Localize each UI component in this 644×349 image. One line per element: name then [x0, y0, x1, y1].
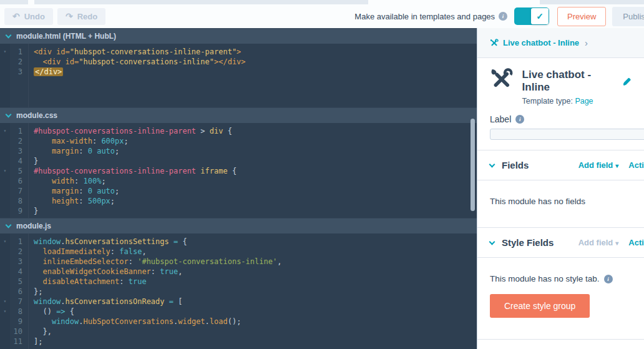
code-line[interactable]: 9 window.HubSpotConversations.widget.loa… — [0, 317, 477, 327]
code-editor-html[interactable]: ▾1<div id="hubspot-conversations-inline-… — [0, 44, 477, 107]
preview-button[interactable]: Preview — [557, 7, 606, 26]
code-line[interactable]: 6 width: 100%; — [0, 176, 477, 186]
code-text[interactable]: } — [28, 206, 38, 216]
code-line[interactable]: ▾7window.hsConversationsOnReady = [ — [0, 297, 477, 307]
code-line[interactable]: 7 margin: 0 auto; — [0, 186, 477, 196]
fold-gutter — [0, 267, 10, 277]
code-line[interactable]: 6}; — [0, 287, 477, 297]
code-text[interactable]: inlineEmbedSelector: '#hubspot-conversat… — [28, 257, 281, 267]
code-text[interactable]: <div id="hubspot-conversations-inline-pa… — [28, 47, 241, 57]
fold-toggle-icon[interactable]: ▾ — [0, 166, 10, 176]
chevron-down-icon[interactable] — [6, 111, 12, 117]
code-text[interactable]: } — [28, 156, 38, 166]
template-type-label: Template type: — [522, 97, 573, 106]
chevron-down-icon[interactable] — [489, 161, 495, 167]
code-line[interactable]: 8 height: 500px; — [0, 196, 477, 206]
chevron-down-icon[interactable] — [489, 238, 495, 245]
code-line[interactable]: 9} — [0, 206, 477, 216]
breadcrumb-module-link[interactable]: Live chatbot - Inline — [503, 38, 579, 47]
line-number: 4 — [10, 156, 28, 166]
info-icon[interactable]: i — [499, 12, 507, 21]
module-header: Live chatbot - Inline Template type: Pag… — [477, 58, 644, 111]
info-icon[interactable]: i — [515, 115, 524, 124]
code-text[interactable]: margin: 0 auto; — [28, 186, 119, 196]
fold-gutter — [0, 247, 10, 257]
code-text[interactable]: }, — [28, 327, 52, 337]
info-icon[interactable]: i — [604, 275, 613, 283]
toggle-knob: ✓ — [531, 8, 549, 24]
module-title: Live chatbot - Inline — [522, 69, 615, 94]
code-text[interactable]: max-width: 600px; — [28, 136, 129, 146]
code-text[interactable]: loadImmediately: false, — [28, 247, 147, 257]
code-line[interactable]: 11]; — [0, 337, 477, 347]
code-line[interactable]: 3</div> — [0, 67, 477, 77]
code-line[interactable]: ▾1<div id="hubspot-conversations-inline-… — [0, 47, 477, 57]
editor-header-module-html[interactable]: module.html (HTML + HubL) — [0, 28, 477, 44]
label-input[interactable] — [490, 129, 644, 140]
code-editor-js[interactable]: ▾1window.hsConversationsSettings = {2 lo… — [0, 233, 477, 349]
chevron-down-icon[interactable] — [6, 32, 12, 38]
fold-gutter — [0, 317, 10, 327]
caret-down-icon: ▾ — [615, 162, 618, 169]
code-text[interactable]: ]; — [28, 337, 42, 347]
code-line[interactable]: 4} — [0, 156, 477, 166]
fold-gutter — [0, 287, 10, 297]
code-line[interactable]: 2 <div id="hubspot-conversations-inline"… — [0, 57, 477, 67]
fold-toggle-icon[interactable]: ▾ — [0, 307, 10, 317]
editor-title: module.js — [16, 222, 51, 230]
editor-header-module-js[interactable]: module.js — [0, 218, 477, 233]
fields-actions-link[interactable]: Actions — [628, 160, 644, 170]
code-text[interactable]: disableAttachment: true — [28, 277, 147, 287]
add-style-field-dropdown-disabled[interactable]: Add field▾ — [578, 238, 619, 247]
label-heading: Label — [490, 114, 511, 124]
code-line[interactable]: 3 margin: 0 auto; — [0, 146, 477, 156]
code-line[interactable]: 4 enableWidgetCookieBanner: true, — [0, 267, 477, 277]
editor-header-module-css[interactable]: module.css — [0, 107, 477, 123]
code-line[interactable]: ▾8 () => { — [0, 307, 477, 317]
fold-toggle-icon[interactable]: ▾ — [0, 47, 10, 57]
fold-gutter — [0, 206, 10, 216]
publish-button[interactable]: Publish — [612, 7, 644, 26]
code-text[interactable]: margin: 0 auto; — [28, 146, 119, 156]
code-editor-css[interactable]: ▾1#hubspot-conversations-inline-parent >… — [0, 123, 477, 218]
code-text[interactable]: #hubspot-conversations-inline-parent > d… — [28, 126, 232, 136]
breadcrumb: Live chatbot - Inline › — [477, 28, 644, 58]
code-line[interactable]: ▾1window.hsConversationsSettings = { — [0, 237, 477, 247]
code-text[interactable]: width: 100%; — [28, 176, 106, 186]
fields-empty-text: This module has no fields — [477, 180, 644, 227]
edit-pencil-icon[interactable] — [623, 77, 632, 86]
code-text[interactable]: <div id="hubspot-conversations-inline"><… — [28, 57, 246, 67]
fold-toggle-icon[interactable]: ▾ — [0, 237, 10, 247]
code-text[interactable]: window.HubSpotConversations.widget.load(… — [28, 317, 241, 327]
chrome-fragment — [34, 0, 119, 4]
code-text[interactable]: #hubspot-conversations-inline-parent ifr… — [28, 166, 237, 176]
code-line[interactable]: 3 inlineEmbedSelector: '#hubspot-convers… — [0, 257, 477, 267]
editor-title: module.html (HTML + HubL) — [16, 32, 116, 41]
create-style-group-button[interactable]: Create style group — [490, 294, 590, 318]
code-text[interactable]: enableWidgetCookieBanner: true, — [28, 267, 182, 277]
line-number: 7 — [10, 186, 28, 196]
fold-gutter — [0, 277, 10, 287]
fold-toggle-icon[interactable]: ▾ — [0, 126, 10, 136]
code-line[interactable]: 5 disableAttachment: true — [0, 277, 477, 287]
code-text[interactable]: window.hsConversationsSettings = { — [28, 237, 187, 247]
code-line[interactable]: ▾5#hubspot-conversations-inline-parent i… — [0, 166, 477, 176]
chevron-down-icon[interactable] — [6, 222, 12, 228]
code-text[interactable]: </div> — [28, 67, 63, 77]
code-line[interactable]: 2 loadImmediately: false, — [0, 247, 477, 257]
style-fields-actions-link[interactable]: Actions — [628, 238, 644, 247]
redo-button[interactable]: ↷ Redo — [57, 8, 105, 25]
code-text[interactable]: window.hsConversationsOnReady = [ — [28, 297, 182, 307]
line-number: 2 — [10, 136, 28, 146]
code-line[interactable]: ▾1#hubspot-conversations-inline-parent >… — [0, 126, 477, 136]
fold-toggle-icon[interactable]: ▾ — [0, 297, 10, 307]
code-text[interactable]: height: 500px; — [28, 196, 115, 206]
add-field-dropdown[interactable]: Add field▾ — [578, 160, 619, 170]
code-text[interactable]: () => { — [28, 307, 74, 317]
template-type-link[interactable]: Page — [575, 97, 593, 106]
code-line[interactable]: 10 }, — [0, 327, 477, 337]
undo-button[interactable]: ↶ Undo — [4, 8, 53, 25]
code-text[interactable]: }; — [28, 287, 42, 297]
make-available-toggle[interactable]: ✓ — [515, 8, 549, 24]
code-line[interactable]: 2 max-width: 600px; — [0, 136, 477, 146]
